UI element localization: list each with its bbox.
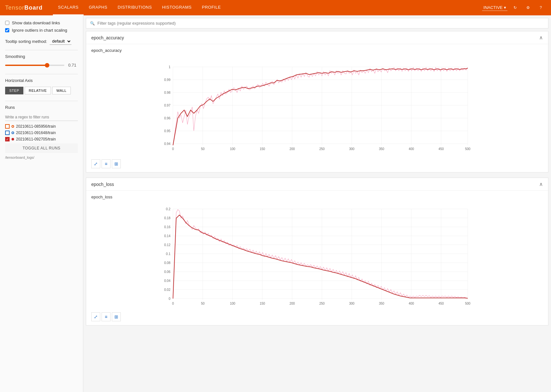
accuracy-expand-button[interactable]: ⊞ — [112, 159, 121, 168]
show-download-checkbox[interactable] — [5, 21, 9, 25]
nav-profile[interactable]: PROFILE — [197, 0, 226, 15]
status-label: INACTIVE — [483, 5, 503, 10]
svg-text:0.16: 0.16 — [164, 225, 171, 229]
nav-scalars[interactable]: SCALARS — [53, 0, 84, 15]
runs-title: Runs — [5, 105, 78, 110]
svg-text:0.18: 0.18 — [164, 216, 171, 220]
settings-icon: ⚙ — [526, 5, 530, 10]
accuracy-collapse-button[interactable]: ∧ — [539, 35, 543, 41]
toggle-all-runs-button[interactable]: TOGGLE ALL RUNS — [5, 143, 78, 153]
svg-text:100: 100 — [230, 302, 235, 305]
svg-text:350: 350 — [379, 302, 384, 305]
loss-section-title: epoch_loss — [91, 182, 114, 187]
loss-chart-inner: epoch_loss 0.2 0.18 0.16 0.14 0.12 0.1 0… — [86, 191, 548, 325]
axis-wall-button[interactable]: WALL — [52, 87, 71, 94]
refresh-button[interactable]: ↻ — [510, 3, 520, 13]
settings-button[interactable]: ⚙ — [523, 3, 533, 13]
svg-text:0.2: 0.2 — [166, 207, 170, 211]
accuracy-section-title: epoch_accuracy — [91, 35, 124, 40]
list-icon-loss: ≡ — [105, 314, 107, 319]
expand-icon: ⊞ — [114, 161, 118, 166]
loss-expand-button[interactable]: ⊞ — [112, 312, 121, 321]
logo-board: Board — [24, 4, 43, 11]
ignore-outliers-label: Ignore outliers in chart scaling — [12, 28, 67, 33]
svg-text:400: 400 — [409, 147, 414, 151]
divider-2 — [5, 74, 78, 74]
svg-text:0.08: 0.08 — [164, 261, 171, 265]
accuracy-chart-card: epoch_accuracy ∧ epoch_accuracy 1 — [86, 31, 548, 172]
accuracy-zoom-button[interactable]: ⤢ — [91, 159, 100, 168]
run3-circle-icon — [12, 138, 14, 140]
nav-histograms[interactable]: HISTOGRAMS — [157, 0, 197, 15]
loss-chart-container: 0.2 0.18 0.16 0.14 0.12 0.1 0.08 0.06 0.… — [91, 201, 543, 310]
axis-step-button[interactable]: STEP — [5, 87, 23, 94]
svg-text:500: 500 — [465, 147, 471, 151]
run1-color-box — [5, 124, 10, 129]
list-icon: ≡ — [105, 161, 107, 166]
smoothing-section: Smoothing 0.71 — [5, 54, 78, 68]
refresh-icon: ↻ — [514, 5, 517, 10]
sidebar-options: Show data download links Ignore outliers… — [5, 20, 78, 33]
tooltip-sorting-select[interactable]: default — [50, 38, 71, 45]
divider-1 — [5, 50, 78, 50]
search-bar: 🔍 — [86, 18, 548, 28]
svg-text:450: 450 — [439, 302, 444, 305]
help-button[interactable]: ? — [536, 3, 546, 13]
svg-text:200: 200 — [290, 147, 295, 151]
svg-text:50: 50 — [201, 302, 205, 305]
axis-relative-button[interactable]: RELATIVE — [25, 87, 51, 94]
run-item-2[interactable]: 20210611-091648/train — [5, 131, 78, 135]
svg-text:0.02: 0.02 — [164, 288, 171, 292]
help-icon: ? — [540, 5, 542, 10]
ignore-outliers-checkbox[interactable] — [5, 28, 9, 32]
svg-text:500: 500 — [465, 302, 471, 305]
svg-text:150: 150 — [260, 302, 265, 305]
runs-filter-input[interactable] — [5, 114, 78, 121]
run-item-3[interactable]: ✓ 20210611-092705/train — [5, 137, 78, 141]
horizontal-axis-title: Horizontal Axis — [5, 78, 78, 83]
ignore-outliers-checkbox-row[interactable]: Ignore outliers in chart scaling — [5, 28, 78, 33]
run3-label: 20210611-092705/train — [16, 137, 56, 141]
svg-text:0.97: 0.97 — [164, 104, 171, 107]
accuracy-card-header: epoch_accuracy ∧ — [86, 31, 548, 44]
svg-text:0.1: 0.1 — [166, 252, 170, 256]
nav-graphs[interactable]: GRAPHS — [84, 0, 112, 15]
svg-text:0.98: 0.98 — [164, 91, 171, 94]
tooltip-sorting-row: Tooltip sorting method: default — [5, 38, 78, 45]
smoothing-slider-thumb[interactable] — [45, 63, 49, 68]
tooltip-sorting-label: Tooltip sorting method: — [5, 39, 47, 44]
search-input[interactable] — [97, 21, 544, 26]
show-download-checkbox-row[interactable]: Show data download links — [5, 20, 78, 25]
runs-section: Runs 20210611-085956/train 20210611-0916… — [5, 105, 78, 159]
smoothing-slider-track[interactable] — [5, 65, 64, 66]
divider-3 — [5, 101, 78, 101]
svg-text:150: 150 — [260, 147, 265, 151]
accuracy-list-button[interactable]: ≡ — [102, 159, 111, 168]
smoothing-title: Smoothing — [5, 54, 78, 59]
run-item-1[interactable]: 20210611-085956/train — [5, 124, 78, 129]
status-dropdown[interactable]: INACTIVE ▾ — [482, 4, 507, 11]
svg-text:0: 0 — [169, 297, 170, 300]
svg-text:0: 0 — [172, 302, 174, 305]
svg-text:350: 350 — [379, 147, 384, 151]
svg-text:250: 250 — [319, 302, 325, 305]
show-download-label: Show data download links — [12, 20, 60, 25]
svg-text:100: 100 — [230, 147, 235, 151]
nav-distributions[interactable]: DISTRIBUTIONS — [112, 0, 157, 15]
loss-list-button[interactable]: ≡ — [102, 312, 111, 321]
search-icon: 🔍 — [90, 21, 95, 26]
svg-text:0.96: 0.96 — [164, 116, 171, 120]
header: TensorBoard SCALARS GRAPHS DISTRIBUTIONS… — [0, 0, 551, 15]
expand-icon-loss: ⊞ — [114, 314, 118, 319]
svg-text:450: 450 — [439, 147, 444, 151]
header-controls: INACTIVE ▾ ↻ ⚙ ? — [482, 3, 546, 13]
run1-label: 20210611-085956/train — [16, 124, 56, 129]
loss-collapse-button[interactable]: ∧ — [539, 181, 543, 187]
accuracy-chart-container: 1 0.99 0.98 0.97 0.96 0.95 0.94 — [91, 54, 543, 157]
loss-chart-svg: 0.2 0.18 0.16 0.14 0.12 0.1 0.08 0.06 0.… — [91, 201, 543, 309]
run2-color-box — [5, 131, 10, 135]
svg-text:0.06: 0.06 — [164, 270, 171, 274]
svg-text:50: 50 — [201, 147, 205, 151]
loss-zoom-button[interactable]: ⤢ — [91, 312, 100, 321]
run1-circle-icon — [12, 125, 14, 128]
